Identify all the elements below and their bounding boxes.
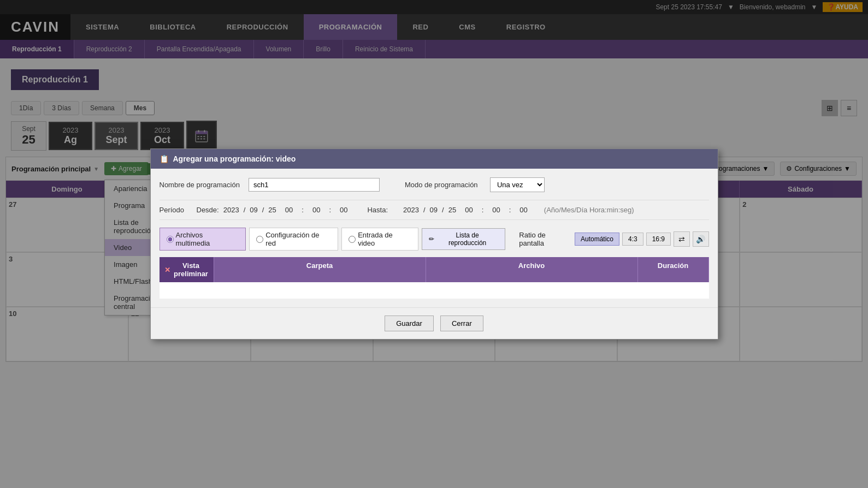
tab-red[interactable]: Configuración de red [249,228,338,251]
ratio-auto[interactable]: Automático [575,233,619,246]
format-hint: (Año/Mes/Día Hora:min:seg) [544,206,634,214]
from-s: 00 [340,206,347,214]
modal-header-icon: 📋 [160,154,169,163]
ratio-controls: ✏ Lista de reproducción Ratio de pantall… [422,228,709,250]
to-h: 00 [465,206,473,214]
table-col-preview: ✕ Vista preliminar [160,257,214,282]
table-col-archivo: Archivo [426,257,638,282]
from-year: 2023 [223,206,239,214]
ratio-43[interactable]: 4:3 [622,233,643,246]
from-day: 25 [268,206,276,214]
name-label: Nombre de programación [160,181,240,189]
playlist-label: Lista de reproducción [436,231,499,247]
table-body [160,282,709,299]
tab-video-input[interactable]: Entrada de video [341,228,418,251]
modal-header: 📋 Agregar una programación: video [151,149,718,169]
add-scheduling-modal: 📋 Agregar una programación: video Nombre… [150,148,718,340]
playlist-icon: ✏ [429,235,434,243]
source-tabs: Archivos multimedia Configuración de red… [160,228,709,251]
ratio-label: Ratio de pantalla [519,231,572,247]
to-year: 2023 [403,206,419,214]
save-button[interactable]: Guardar [385,316,434,331]
modal-body: Nombre de programación Modo de programac… [151,169,718,307]
volume-icon[interactable]: 🔊 [693,231,709,247]
modal-footer: Guardar Cerrar [151,307,718,339]
modal-title: Agregar una programación: video [173,154,296,163]
ratio-169[interactable]: 16:9 [646,233,671,246]
to-m: 00 [492,206,500,214]
modal-overlay: 📋 Agregar una programación: video Nombre… [0,0,868,488]
from-m: 00 [312,206,320,214]
mode-label: Modo de programación [405,181,481,189]
to-month: 09 [430,206,438,214]
to-day: 25 [448,206,456,214]
name-input[interactable] [249,178,380,192]
to-s: 00 [519,206,527,214]
close-icon[interactable]: ✕ [164,266,170,274]
from-month: 09 [250,206,257,214]
table-header: ✕ Vista preliminar Carpeta Archivo Durac… [160,257,709,282]
form-row-name: Nombre de programación Modo de programac… [160,177,709,192]
shuffle-icon[interactable]: ⇄ [674,231,690,247]
tab-multimedia[interactable]: Archivos multimedia [160,228,246,251]
to-label: Hasta: [367,206,388,214]
table-col-duracion: Duración [638,257,709,282]
period-row: Período Desde: 2023 / 09 / 25 00 : 00 : … [160,200,709,220]
from-label: Desde: [197,206,219,214]
mode-select[interactable]: Una vez [490,177,545,192]
from-h: 00 [285,206,293,214]
table-col-carpeta: Carpeta [214,257,426,282]
playlist-button[interactable]: ✏ Lista de reproducción [422,228,506,250]
period-label: Período [160,206,192,214]
close-button[interactable]: Cerrar [440,316,483,331]
